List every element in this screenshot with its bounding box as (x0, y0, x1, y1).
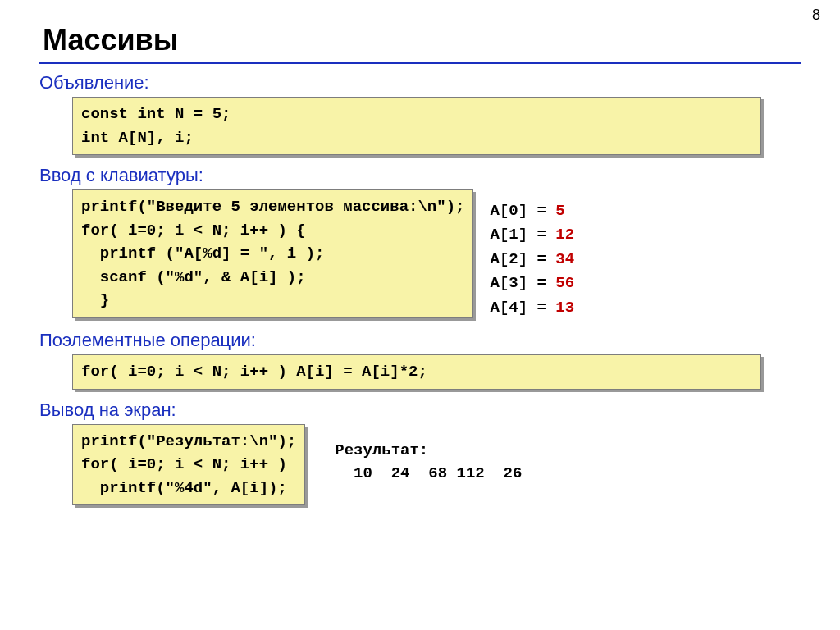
code-ops: for( i=0; i < N; i++ ) A[i] = A[i]*2; (72, 354, 761, 390)
sample-idx: A[1] = (490, 226, 546, 244)
page-number: 8 (812, 7, 820, 24)
result-label: Результат: (335, 441, 428, 459)
sample-val: 34 (555, 250, 574, 268)
title-divider (39, 62, 801, 64)
sample-val: 5 (555, 202, 564, 220)
sample-idx: A[2] = (490, 250, 546, 268)
code-declaration: const int N = 5; int A[N], i; (72, 97, 761, 155)
section-ops-label: Поэлементные операции: (39, 330, 801, 351)
slide-title: Массивы (43, 23, 801, 57)
output-result: Результат: 10 24 68 112 26 (335, 439, 522, 486)
code-output: printf("Результат:\n"); for( i=0; i < N;… (72, 424, 305, 506)
sample-idx: A[3] = (490, 274, 546, 292)
sample-idx: A[4] = (490, 299, 546, 317)
section-declaration-label: Объявление: (39, 72, 801, 94)
sample-idx: A[0] = (490, 202, 546, 220)
sample-val: 13 (555, 299, 574, 317)
sample-val: 12 (555, 226, 574, 244)
section-input-label: Ввод с клавиатуры: (39, 165, 801, 186)
sample-val: 56 (555, 274, 574, 292)
result-values: 10 24 68 112 26 (335, 464, 522, 482)
section-output-label: Вывод на экран: (39, 399, 801, 421)
input-sample: A[0] = 5 A[1] = 12 A[2] = 34 A[3] = 56 A… (490, 199, 574, 320)
code-input: printf("Введите 5 элементов массива:\n")… (72, 189, 473, 318)
